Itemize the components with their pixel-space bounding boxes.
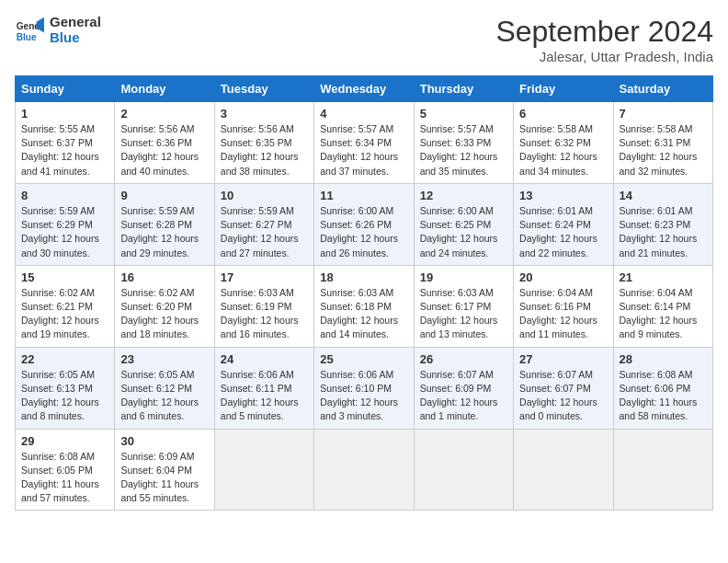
day-info: Sunrise: 6:00 AM Sunset: 6:25 PM Dayligh… bbox=[420, 204, 507, 260]
day-number: 4 bbox=[320, 107, 407, 121]
day-info: Sunrise: 6:03 AM Sunset: 6:19 PM Dayligh… bbox=[221, 286, 308, 342]
title-block: September 2024 Jalesar, Uttar Pradesh, I… bbox=[495, 15, 713, 64]
day-number: 20 bbox=[519, 270, 607, 284]
day-info: Sunrise: 6:04 AM Sunset: 6:14 PM Dayligh… bbox=[620, 286, 707, 342]
day-number: 14 bbox=[620, 189, 707, 202]
calendar-cell bbox=[314, 429, 414, 511]
calendar-cell: 12Sunrise: 6:00 AM Sunset: 6:25 PM Dayli… bbox=[414, 183, 513, 265]
day-info: Sunrise: 6:06 AM Sunset: 6:10 PM Dayligh… bbox=[320, 368, 407, 424]
day-number: 26 bbox=[420, 352, 507, 366]
day-number: 22 bbox=[21, 352, 108, 366]
day-number: 15 bbox=[21, 270, 108, 284]
calendar-cell: 4Sunrise: 5:57 AM Sunset: 6:34 PM Daylig… bbox=[314, 102, 414, 184]
page-header: General Blue General Blue September 2024… bbox=[15, 15, 713, 64]
day-number: 9 bbox=[120, 189, 208, 202]
calendar-week-row: 15Sunrise: 6:02 AM Sunset: 6:21 PM Dayli… bbox=[16, 265, 713, 347]
calendar-day-header: Monday bbox=[115, 76, 214, 102]
calendar-day-header: Saturday bbox=[613, 76, 712, 102]
day-info: Sunrise: 5:58 AM Sunset: 6:32 PM Dayligh… bbox=[519, 122, 607, 178]
day-info: Sunrise: 5:59 AM Sunset: 6:28 PM Dayligh… bbox=[120, 204, 208, 260]
day-number: 5 bbox=[420, 107, 507, 121]
calendar-cell: 25Sunrise: 6:06 AM Sunset: 6:10 PM Dayli… bbox=[314, 347, 414, 429]
calendar-header-row: SundayMondayTuesdayWednesdayThursdayFrid… bbox=[16, 76, 713, 102]
calendar-cell: 27Sunrise: 6:07 AM Sunset: 6:07 PM Dayli… bbox=[514, 347, 613, 429]
day-number: 30 bbox=[120, 434, 208, 448]
location-subtitle: Jalesar, Uttar Pradesh, India bbox=[495, 49, 713, 64]
calendar-cell: 1Sunrise: 5:55 AM Sunset: 6:37 PM Daylig… bbox=[16, 102, 115, 184]
day-number: 8 bbox=[21, 189, 108, 202]
day-info: Sunrise: 5:57 AM Sunset: 6:34 PM Dayligh… bbox=[320, 122, 407, 178]
day-number: 27 bbox=[519, 352, 607, 366]
calendar-cell: 15Sunrise: 6:02 AM Sunset: 6:21 PM Dayli… bbox=[16, 265, 115, 347]
calendar-cell: 26Sunrise: 6:07 AM Sunset: 6:09 PM Dayli… bbox=[414, 347, 513, 429]
calendar-cell: 17Sunrise: 6:03 AM Sunset: 6:19 PM Dayli… bbox=[214, 265, 313, 347]
month-title: September 2024 bbox=[495, 15, 713, 49]
calendar-cell: 29Sunrise: 6:08 AM Sunset: 6:05 PM Dayli… bbox=[16, 429, 115, 511]
day-info: Sunrise: 5:56 AM Sunset: 6:36 PM Dayligh… bbox=[120, 122, 208, 178]
day-info: Sunrise: 6:01 AM Sunset: 6:24 PM Dayligh… bbox=[519, 204, 607, 260]
calendar-cell: 20Sunrise: 6:04 AM Sunset: 6:16 PM Dayli… bbox=[514, 265, 613, 347]
calendar-cell: 14Sunrise: 6:01 AM Sunset: 6:23 PM Dayli… bbox=[613, 183, 712, 265]
logo: General Blue General Blue bbox=[15, 15, 101, 45]
day-number: 1 bbox=[21, 107, 108, 121]
calendar-cell: 23Sunrise: 6:05 AM Sunset: 6:12 PM Dayli… bbox=[115, 347, 214, 429]
calendar-week-row: 8Sunrise: 5:59 AM Sunset: 6:29 PM Daylig… bbox=[16, 183, 713, 265]
calendar-cell: 2Sunrise: 5:56 AM Sunset: 6:36 PM Daylig… bbox=[115, 102, 214, 184]
day-info: Sunrise: 5:59 AM Sunset: 6:29 PM Dayligh… bbox=[21, 204, 108, 260]
day-number: 3 bbox=[221, 107, 308, 121]
calendar-week-row: 29Sunrise: 6:08 AM Sunset: 6:05 PM Dayli… bbox=[16, 429, 713, 511]
calendar-cell: 19Sunrise: 6:03 AM Sunset: 6:17 PM Dayli… bbox=[414, 265, 513, 347]
calendar-cell: 13Sunrise: 6:01 AM Sunset: 6:24 PM Dayli… bbox=[514, 183, 613, 265]
calendar-cell bbox=[613, 429, 712, 511]
calendar-cell: 22Sunrise: 6:05 AM Sunset: 6:13 PM Dayli… bbox=[16, 347, 115, 429]
calendar-week-row: 1Sunrise: 5:55 AM Sunset: 6:37 PM Daylig… bbox=[16, 102, 713, 184]
day-info: Sunrise: 6:05 AM Sunset: 6:13 PM Dayligh… bbox=[21, 368, 108, 424]
logo-general: General bbox=[50, 15, 101, 30]
calendar-day-header: Tuesday bbox=[214, 76, 313, 102]
logo-blue: Blue bbox=[50, 30, 101, 46]
calendar-cell: 28Sunrise: 6:08 AM Sunset: 6:06 PM Dayli… bbox=[613, 347, 712, 429]
day-number: 18 bbox=[320, 270, 407, 284]
day-info: Sunrise: 5:59 AM Sunset: 6:27 PM Dayligh… bbox=[221, 204, 308, 260]
day-info: Sunrise: 6:08 AM Sunset: 6:05 PM Dayligh… bbox=[21, 450, 108, 506]
calendar-day-header: Sunday bbox=[16, 76, 115, 102]
calendar-cell: 21Sunrise: 6:04 AM Sunset: 6:14 PM Dayli… bbox=[613, 265, 712, 347]
day-info: Sunrise: 5:55 AM Sunset: 6:37 PM Dayligh… bbox=[21, 122, 108, 178]
calendar-body: 1Sunrise: 5:55 AM Sunset: 6:37 PM Daylig… bbox=[16, 102, 713, 511]
calendar-cell: 10Sunrise: 5:59 AM Sunset: 6:27 PM Dayli… bbox=[214, 183, 313, 265]
day-info: Sunrise: 6:01 AM Sunset: 6:23 PM Dayligh… bbox=[620, 204, 707, 260]
calendar-cell bbox=[414, 429, 513, 511]
day-info: Sunrise: 6:04 AM Sunset: 6:16 PM Dayligh… bbox=[519, 286, 607, 342]
day-info: Sunrise: 6:08 AM Sunset: 6:06 PM Dayligh… bbox=[620, 368, 707, 424]
calendar-day-header: Wednesday bbox=[314, 76, 414, 102]
day-number: 13 bbox=[519, 189, 607, 202]
day-number: 2 bbox=[120, 107, 208, 121]
calendar-day-header: Thursday bbox=[414, 76, 513, 102]
calendar-cell: 11Sunrise: 6:00 AM Sunset: 6:26 PM Dayli… bbox=[314, 183, 414, 265]
day-info: Sunrise: 6:07 AM Sunset: 6:09 PM Dayligh… bbox=[420, 368, 507, 424]
calendar-cell: 9Sunrise: 5:59 AM Sunset: 6:28 PM Daylig… bbox=[115, 183, 214, 265]
calendar-cell: 3Sunrise: 5:56 AM Sunset: 6:35 PM Daylig… bbox=[214, 102, 313, 184]
day-info: Sunrise: 6:07 AM Sunset: 6:07 PM Dayligh… bbox=[519, 368, 607, 424]
day-number: 10 bbox=[221, 189, 308, 202]
day-info: Sunrise: 6:09 AM Sunset: 6:04 PM Dayligh… bbox=[120, 450, 208, 506]
day-info: Sunrise: 5:58 AM Sunset: 6:31 PM Dayligh… bbox=[620, 122, 707, 178]
calendar-cell: 24Sunrise: 6:06 AM Sunset: 6:11 PM Dayli… bbox=[214, 347, 313, 429]
calendar-cell: 7Sunrise: 5:58 AM Sunset: 6:31 PM Daylig… bbox=[613, 102, 712, 184]
day-number: 28 bbox=[620, 352, 707, 366]
day-number: 24 bbox=[221, 352, 308, 366]
calendar-cell: 18Sunrise: 6:03 AM Sunset: 6:18 PM Dayli… bbox=[314, 265, 414, 347]
day-number: 7 bbox=[620, 107, 707, 121]
day-number: 17 bbox=[221, 270, 308, 284]
day-number: 16 bbox=[120, 270, 208, 284]
calendar-cell: 16Sunrise: 6:02 AM Sunset: 6:20 PM Dayli… bbox=[115, 265, 214, 347]
calendar-day-header: Friday bbox=[514, 76, 613, 102]
day-number: 23 bbox=[120, 352, 208, 366]
calendar-week-row: 22Sunrise: 6:05 AM Sunset: 6:13 PM Dayli… bbox=[16, 347, 713, 429]
day-info: Sunrise: 6:00 AM Sunset: 6:26 PM Dayligh… bbox=[320, 204, 407, 260]
day-info: Sunrise: 6:03 AM Sunset: 6:17 PM Dayligh… bbox=[420, 286, 507, 342]
day-info: Sunrise: 6:03 AM Sunset: 6:18 PM Dayligh… bbox=[320, 286, 407, 342]
calendar-table: SundayMondayTuesdayWednesdayThursdayFrid… bbox=[15, 75, 713, 511]
calendar-cell bbox=[214, 429, 313, 511]
day-number: 11 bbox=[320, 189, 407, 202]
